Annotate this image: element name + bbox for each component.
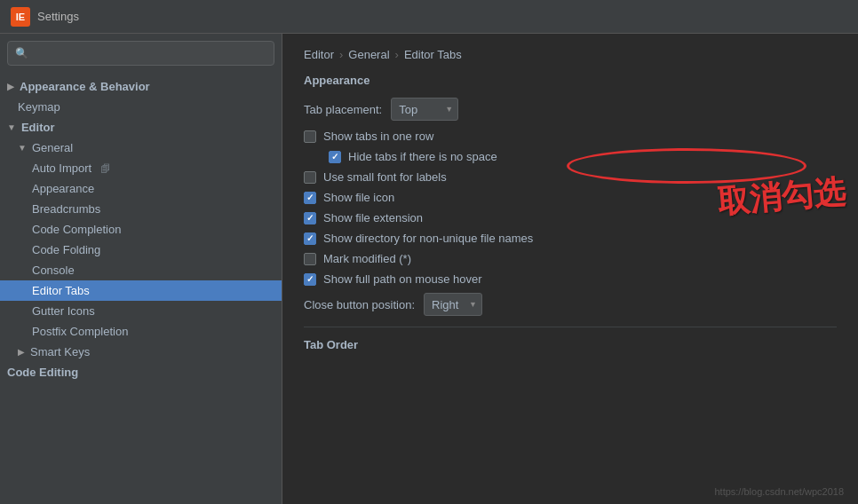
title-bar: IE Settings bbox=[0, 0, 858, 34]
sidebar-item-appearance-behavior[interactable]: Appearance & Behavior bbox=[0, 76, 282, 97]
breadcrumb-sep2: › bbox=[395, 48, 399, 61]
close-button-select[interactable]: Right Left None bbox=[424, 293, 482, 316]
sidebar-item-general[interactable]: General bbox=[0, 138, 282, 158]
sidebar-item-appearance[interactable]: Appearance bbox=[0, 178, 282, 199]
sidebar-item-editor-tabs[interactable]: Editor Tabs bbox=[0, 280, 282, 301]
close-button-row: Close button position: Right Left None bbox=[304, 293, 837, 316]
search-box[interactable]: 🔍 bbox=[7, 41, 274, 66]
mark-modified-row: Mark modified (*) bbox=[304, 252, 837, 265]
arrow-icon bbox=[18, 347, 25, 357]
small-font-checkbox[interactable] bbox=[304, 171, 316, 184]
hide-tabs-row: Hide tabs if there is no space bbox=[304, 150, 837, 163]
window-title: Settings bbox=[37, 10, 79, 23]
show-tabs-checkbox[interactable] bbox=[304, 130, 316, 143]
appearance-section-heading: Appearance bbox=[304, 74, 837, 87]
app-logo: IE bbox=[11, 7, 30, 27]
show-full-path-row: Show full path on mouse hover bbox=[304, 272, 837, 286]
close-btn-label: Close button position: bbox=[304, 298, 415, 311]
arrow-icon bbox=[18, 143, 27, 153]
hide-tabs-label: Hide tabs if there is no space bbox=[348, 150, 497, 163]
mark-modified-checkbox[interactable] bbox=[304, 253, 316, 265]
sidebar-item-keymap[interactable]: Keymap bbox=[0, 97, 282, 117]
search-icon: 🔍 bbox=[15, 47, 28, 59]
tab-placement-select[interactable]: Top Left Bottom Right None bbox=[391, 98, 458, 121]
nav-tree: Appearance & Behavior Keymap Editor Gene… bbox=[0, 73, 282, 504]
tab-placement-select-wrapper[interactable]: Top Left Bottom Right None bbox=[391, 98, 458, 121]
sidebar-item-postfix-completion[interactable]: Postfix Completion bbox=[0, 321, 282, 342]
file-icon-row: Show file icon bbox=[304, 191, 837, 204]
show-full-path-label: Show full path on mouse hover bbox=[323, 272, 482, 286]
content-area: Editor › General › Editor Tabs Appearanc… bbox=[282, 34, 858, 504]
small-font-label: Use small font for labels bbox=[323, 170, 447, 184]
small-font-row: Use small font for labels bbox=[304, 170, 837, 184]
sidebar-item-code-completion[interactable]: Code Completion bbox=[0, 219, 282, 240]
file-icon-checkbox[interactable] bbox=[304, 192, 316, 204]
close-button-select-wrapper[interactable]: Right Left None bbox=[424, 293, 482, 316]
section-divider bbox=[304, 327, 837, 327]
tab-placement-row: Tab placement: Top Left Bottom Right Non… bbox=[304, 98, 837, 121]
main-layout: 🔍 Appearance & Behavior Keymap Editor Ge… bbox=[0, 34, 858, 504]
sidebar-item-console[interactable]: Console bbox=[0, 260, 282, 280]
show-dir-row: Show directory for non-unique file names bbox=[304, 232, 837, 245]
sidebar-item-smart-keys[interactable]: Smart Keys bbox=[0, 342, 282, 362]
sidebar-item-gutter-icons[interactable]: Gutter Icons bbox=[0, 301, 282, 321]
show-dir-label: Show directory for non-unique file names bbox=[323, 232, 533, 245]
sidebar-item-code-folding[interactable]: Code Folding bbox=[0, 240, 282, 260]
sidebar-item-breadcrumbs[interactable]: Breadcrumbs bbox=[0, 199, 282, 219]
sidebar-item-editor[interactable]: Editor bbox=[0, 117, 282, 138]
hide-tabs-checkbox[interactable] bbox=[329, 151, 341, 163]
url-bar: https://blog.csdn.net/wpc2018 bbox=[714, 486, 844, 497]
show-dir-checkbox[interactable] bbox=[304, 232, 316, 245]
mark-modified-label: Mark modified (*) bbox=[323, 252, 411, 265]
copy-icon: 🗐 bbox=[100, 163, 110, 174]
file-ext-row: Show file extension bbox=[304, 211, 837, 224]
tab-placement-label: Tab placement: bbox=[304, 103, 382, 116]
breadcrumb-sep1: › bbox=[339, 48, 343, 61]
arrow-icon bbox=[7, 82, 14, 91]
search-input[interactable] bbox=[33, 47, 266, 59]
sidebar-item-code-editing[interactable]: Code Editing bbox=[0, 362, 282, 382]
show-tabs-row: Show tabs in one row bbox=[304, 130, 837, 143]
file-ext-label: Show file extension bbox=[323, 211, 423, 224]
arrow-icon bbox=[7, 122, 16, 132]
breadcrumb: Editor › General › Editor Tabs bbox=[304, 48, 837, 61]
sidebar-item-auto-import[interactable]: Auto Import 🗐 bbox=[0, 158, 282, 178]
sidebar: 🔍 Appearance & Behavior Keymap Editor Ge… bbox=[0, 34, 282, 504]
show-tabs-label: Show tabs in one row bbox=[323, 130, 433, 143]
file-ext-checkbox[interactable] bbox=[304, 212, 316, 224]
tab-order-heading: Tab Order bbox=[304, 338, 837, 351]
file-icon-label: Show file icon bbox=[323, 191, 394, 204]
show-full-path-checkbox[interactable] bbox=[304, 273, 316, 286]
